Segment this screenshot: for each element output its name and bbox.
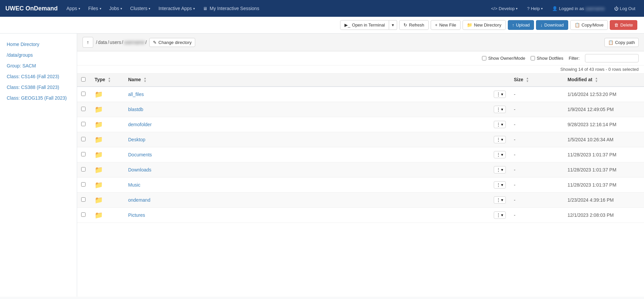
new-file-button[interactable]: + New File	[431, 20, 461, 30]
size-col-header[interactable]: Size ▲▼	[510, 73, 564, 87]
nav-develop[interactable]: </> Develop ▾	[488, 3, 521, 14]
question-icon: ?	[527, 6, 529, 11]
nav-jobs[interactable]: Jobs ▾	[106, 3, 126, 14]
sidebar-item-class-cs146[interactable]: Class: CS146 (Fall 2023)	[0, 71, 77, 82]
row-action-button[interactable]: ⋮ ▾	[494, 136, 506, 143]
file-name-link[interactable]: Music	[128, 182, 141, 188]
row-checkbox[interactable]	[81, 137, 86, 141]
nav-apps[interactable]: Apps ▾	[63, 3, 84, 14]
row-checkbox[interactable]	[81, 92, 86, 96]
files-caret: ▾	[100, 7, 101, 10]
open-terminal-button[interactable]: ▶_ Open in Terminal	[340, 20, 389, 30]
row-checkbox-cell	[77, 208, 91, 223]
nav-logout[interactable]: ⏻ Log Out	[611, 3, 639, 14]
row-type-cell: 📁	[91, 193, 124, 208]
file-name-link[interactable]: demofolder	[128, 122, 152, 127]
row-checkbox[interactable]	[81, 152, 86, 156]
type-col-header[interactable]: Type ▲▼	[91, 73, 124, 87]
select-all-col	[77, 73, 91, 87]
name-col-header[interactable]: Name ▲▼	[124, 73, 490, 87]
row-type-cell: 📁	[91, 117, 124, 132]
show-owner-mode-label[interactable]: Show Owner/Mode	[482, 56, 525, 61]
row-checkbox-cell	[77, 87, 91, 102]
row-actions-cell: ⋮ ▾	[490, 132, 510, 147]
show-dotfiles-checkbox[interactable]	[531, 56, 535, 60]
edit-icon: ✎	[153, 40, 157, 45]
folder-icon: 📁	[95, 181, 103, 189]
table-row: 📁 Music ⋮ ▾ - 11/28/2023 1:01:37 PM	[77, 178, 644, 193]
change-directory-button[interactable]: ✎ Change directory	[149, 38, 195, 47]
sidebar-item-class-geog135[interactable]: Class: GEOG135 (Fall 2023)	[0, 93, 77, 103]
sessions-icon: 🖥	[203, 6, 207, 11]
copy-move-button[interactable]: 📋 Copy/Move	[570, 20, 608, 30]
action-dropdown-icon: ▾	[501, 183, 503, 187]
user-icon: 👤	[552, 6, 557, 11]
nav-my-interactive-sessions[interactable]: 🖥 My Interactive Sessions	[200, 3, 263, 14]
row-checkbox[interactable]	[81, 212, 86, 217]
file-name-link[interactable]: Pictures	[128, 212, 145, 218]
download-button[interactable]: ↓ Download	[536, 20, 568, 30]
file-name-link[interactable]: Documents	[128, 152, 152, 157]
folder-icon: 📁	[95, 121, 103, 128]
row-action-button[interactable]: ⋮ ▾	[494, 151, 506, 158]
sidebar-item-class-cs388[interactable]: Class: CS388 (Fall 2023)	[0, 82, 77, 93]
row-action-button[interactable]: ⋮ ▾	[494, 121, 506, 128]
folder-icon: 📁	[95, 166, 103, 173]
action-dropdown-icon: ▾	[501, 152, 503, 157]
sidebar-item-group-sacm[interactable]: Group: SACM	[0, 60, 77, 71]
row-action-button[interactable]: ⋮ ▾	[494, 196, 506, 204]
show-dotfiles-label[interactable]: Show Dotfiles	[531, 56, 563, 61]
delete-button[interactable]: 🗑 Delete	[610, 20, 637, 30]
name-sort-icon: ▲▼	[144, 77, 147, 83]
code-icon: </>	[491, 6, 497, 11]
refresh-button[interactable]: ↻ Refresh	[399, 20, 429, 30]
file-name-link[interactable]: all_files	[128, 92, 144, 97]
table-row: 📁 blastdb ⋮ ▾ - 1/9/2024 12:49:05 PM	[77, 102, 644, 117]
folder-icon: 📁	[95, 196, 103, 204]
sidebar-item-home-directory[interactable]: Home Directory	[0, 39, 77, 50]
folder-icon: 📁	[95, 211, 103, 219]
row-checkbox[interactable]	[81, 197, 86, 202]
row-checkbox[interactable]	[81, 167, 86, 171]
file-name-link[interactable]: blastdb	[128, 107, 143, 112]
nav-files[interactable]: Files ▾	[85, 3, 105, 14]
modified-col-header[interactable]: Modified at ▲▼	[564, 73, 644, 87]
nav-help[interactable]: ? Help ▾	[524, 3, 546, 14]
row-action-button[interactable]: ⋮ ▾	[494, 211, 506, 219]
select-all-checkbox[interactable]	[81, 77, 86, 82]
file-name-link[interactable]: ondemand	[128, 197, 150, 203]
nav-clusters[interactable]: Clusters ▾	[127, 3, 154, 14]
action-dropdown-icon: ▾	[501, 167, 503, 172]
new-directory-button[interactable]: 📁 New Directory	[463, 20, 506, 30]
action-dots-icon: ⋮	[496, 107, 500, 112]
file-name-link[interactable]: Desktop	[128, 137, 145, 142]
sidebar-item-data-groups[interactable]: /data/groups	[0, 50, 77, 60]
action-dropdown-icon: ▾	[501, 137, 503, 142]
path-up-button[interactable]: ↑	[83, 37, 93, 48]
open-terminal-dropdown[interactable]: ▾	[389, 20, 397, 30]
file-name-link[interactable]: Downloads	[128, 167, 151, 172]
row-actions-cell: ⋮ ▾	[490, 87, 510, 102]
new-file-icon: +	[435, 22, 438, 28]
upload-button[interactable]: ↑ Upload	[508, 20, 534, 30]
nav-interactive-apps[interactable]: Interactive Apps ▾	[155, 3, 198, 14]
row-checkbox[interactable]	[81, 182, 86, 187]
row-checkbox[interactable]	[81, 107, 86, 111]
path-username: username	[124, 40, 145, 45]
row-checkbox[interactable]	[81, 122, 86, 126]
row-actions-cell: ⋮ ▾	[490, 162, 510, 178]
row-actions-cell: ⋮ ▾	[490, 147, 510, 162]
copy-path-button[interactable]: 📋 Copy path	[604, 38, 639, 47]
new-directory-icon: 📁	[467, 22, 472, 28]
row-action-button[interactable]: ⋮ ▾	[494, 91, 506, 98]
row-action-button[interactable]: ⋮ ▾	[494, 166, 506, 173]
row-type-cell: 📁	[91, 147, 124, 162]
show-owner-mode-checkbox[interactable]	[482, 56, 486, 60]
filter-input[interactable]	[585, 54, 639, 62]
row-checkbox-cell	[77, 162, 91, 178]
action-dots-icon: ⋮	[496, 183, 500, 187]
row-name-cell: Documents	[124, 147, 490, 162]
row-action-button[interactable]: ⋮ ▾	[494, 181, 506, 189]
row-action-button[interactable]: ⋮ ▾	[494, 106, 506, 113]
row-actions-cell: ⋮ ▾	[490, 117, 510, 132]
